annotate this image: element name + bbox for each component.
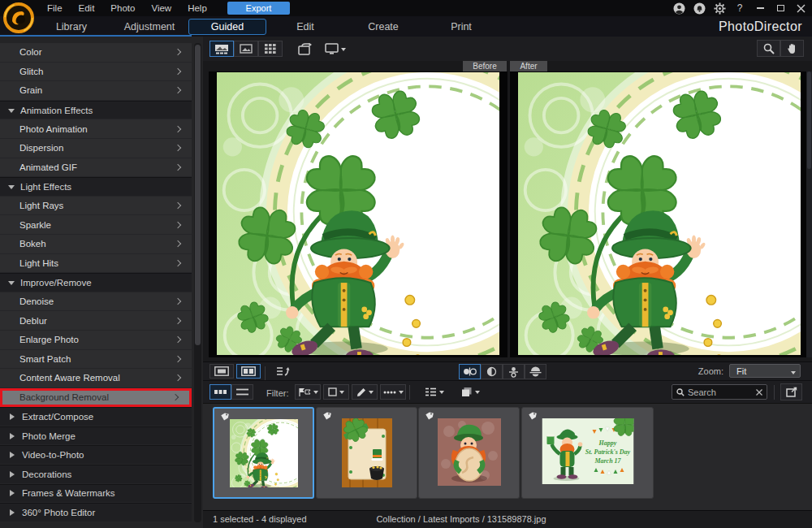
sidebar-item[interactable]: Denoise xyxy=(0,292,192,312)
viewer-only-mode-button[interactable] xyxy=(234,41,258,57)
sidebar-item[interactable]: Animated GIF xyxy=(0,158,192,178)
single-view-button[interactable] xyxy=(209,364,234,379)
display-mode-button[interactable] xyxy=(322,41,349,57)
chevron-right-icon xyxy=(175,221,181,227)
compare-split-left-right-button[interactable] xyxy=(481,364,503,379)
sidebar-item[interactable]: Enlarge Photo xyxy=(0,331,192,350)
chevron-down-icon xyxy=(369,391,374,396)
before-image-panel[interactable] xyxy=(209,71,508,357)
workspace-tab[interactable]: Create xyxy=(344,19,422,35)
before-tab[interactable]: Before xyxy=(463,61,507,71)
close-button[interactable] xyxy=(794,2,807,15)
search-input[interactable] xyxy=(688,387,753,397)
chevron-down-icon xyxy=(399,391,404,396)
workspace-tab[interactable]: Guided xyxy=(188,19,266,35)
sidebar-item[interactable]: Bokeh xyxy=(0,235,192,254)
workspace-tab[interactable]: Edit xyxy=(266,19,344,35)
filmstrip-toolbar: Filter: xyxy=(203,380,812,403)
preview-scrollbar[interactable] xyxy=(806,71,812,357)
menu-item[interactable]: Photo xyxy=(102,1,143,15)
settings-gear-icon[interactable] xyxy=(713,2,726,15)
filter-flags-button[interactable] xyxy=(295,384,321,400)
app-title: PhotoDirector xyxy=(719,19,802,34)
workspace-tab[interactable]: Adjustment xyxy=(110,19,188,35)
thumbnail-1[interactable] xyxy=(213,407,314,499)
rotate-photo-button[interactable] xyxy=(294,41,315,57)
sidebar-scrollbar[interactable] xyxy=(194,43,201,522)
grid-view-mode-button[interactable] xyxy=(258,41,283,57)
sidebar-item[interactable]: Improve/Remove xyxy=(0,273,192,292)
thumbnail-2[interactable] xyxy=(316,407,417,499)
help-button[interactable]: ? xyxy=(733,2,746,15)
maximize-button[interactable] xyxy=(774,2,787,15)
sidebar-item[interactable]: Glitch xyxy=(0,63,192,82)
filter-adjusted-button[interactable] xyxy=(352,384,378,400)
chevron-right-icon xyxy=(175,317,181,323)
chevron-right-icon xyxy=(175,49,181,55)
sidebar-item[interactable]: Video-to-Photo xyxy=(0,445,192,465)
sidebar-item[interactable]: Animation Effects xyxy=(0,101,192,120)
compare-split-view-button[interactable] xyxy=(525,364,546,379)
sort-order-button[interactable] xyxy=(421,384,448,400)
account-icon[interactable] xyxy=(672,2,685,15)
sidebar-item[interactable]: Light Hits xyxy=(0,254,192,274)
zoom-tool-button[interactable] xyxy=(757,40,780,57)
sidebar-item[interactable]: Frames & Watermarks xyxy=(0,484,192,504)
menu-item[interactable]: Help xyxy=(179,1,215,15)
sidebar-item[interactable]: Content Aware Removal xyxy=(0,369,192,388)
compare-side-by-side-button[interactable] xyxy=(459,364,481,379)
clear-search-icon[interactable] xyxy=(756,389,762,396)
compare-split-top-bottom-button[interactable] xyxy=(503,364,525,379)
menu-item[interactable]: File xyxy=(39,1,71,15)
card-caption-line1: Happy xyxy=(598,439,616,447)
sidebar-item[interactable]: Grain xyxy=(0,81,192,101)
after-tab[interactable]: After xyxy=(510,61,547,71)
sidebar-item[interactable]: Light Rays xyxy=(0,197,192,216)
workspace-tab[interactable]: Library xyxy=(32,19,110,35)
chevron-right-icon xyxy=(175,125,181,132)
sidebar-item[interactable]: Dispersion xyxy=(0,139,192,158)
chevron-right-icon xyxy=(175,68,181,75)
menu-item[interactable]: View xyxy=(143,1,179,15)
list-view-button[interactable] xyxy=(231,384,253,400)
workspace-tabbar: LibraryAdjustmentGuidedEditCreatePrint P… xyxy=(0,16,812,37)
copy-adjustments-button[interactable] xyxy=(273,364,294,379)
section-triangle-icon xyxy=(8,109,15,116)
after-photo xyxy=(518,72,801,355)
filter-label-button[interactable] xyxy=(323,384,349,400)
chevron-right-icon xyxy=(175,336,181,343)
filter-label: Filter: xyxy=(266,388,289,398)
thumbnail-4[interactable]: Happy St. Patrick's Day March 17 xyxy=(521,407,654,499)
minimize-button[interactable] xyxy=(754,2,767,15)
chevron-right-icon xyxy=(175,145,181,151)
thumbnail-3[interactable] xyxy=(418,407,520,499)
open-in-new-window-button[interactable] xyxy=(780,383,802,400)
chevron-right-icon xyxy=(175,202,181,209)
export-button[interactable]: Export xyxy=(227,2,290,15)
sidebar-item[interactable]: Light Effects xyxy=(0,177,192,197)
sidebar-item[interactable]: Sparkle xyxy=(0,215,192,235)
sidebar-item[interactable]: Smart Patch xyxy=(0,350,192,370)
section-triangle-icon xyxy=(10,490,18,496)
sidebar-item[interactable]: Deblur xyxy=(0,311,192,331)
notifications-icon[interactable] xyxy=(693,2,706,15)
workspace-tab[interactable]: Print xyxy=(422,19,500,35)
pan-hand-tool-button[interactable] xyxy=(780,40,804,57)
sidebar-item[interactable]: Photo Merge xyxy=(0,426,192,446)
side-by-side-view-button[interactable] xyxy=(236,364,261,379)
sidebar-item[interactable]: Photo Animation xyxy=(0,119,192,139)
stack-photos-button[interactable] xyxy=(456,384,484,400)
sidebar-item[interactable]: Extract/Compose xyxy=(0,407,192,426)
menu-item[interactable]: Edit xyxy=(71,1,103,15)
sidebar-item[interactable]: 360° Photo Editor xyxy=(0,503,192,522)
sidebar-item[interactable]: Decorations xyxy=(0,465,192,484)
tag-icon xyxy=(322,412,331,421)
zoom-level-select[interactable]: Fit xyxy=(729,364,801,378)
status-bar: 1 selected - 4 displayed Collection / La… xyxy=(203,510,812,528)
filter-color-labels-button[interactable] xyxy=(380,384,406,400)
after-image-panel[interactable] xyxy=(510,71,809,357)
sidebar-item[interactable]: Background Removal xyxy=(0,388,192,408)
sidebar-item[interactable]: Color xyxy=(0,43,192,63)
filmstrip-view-button[interactable] xyxy=(209,384,231,400)
thumbnail-and-viewer-mode-button[interactable] xyxy=(209,41,234,57)
